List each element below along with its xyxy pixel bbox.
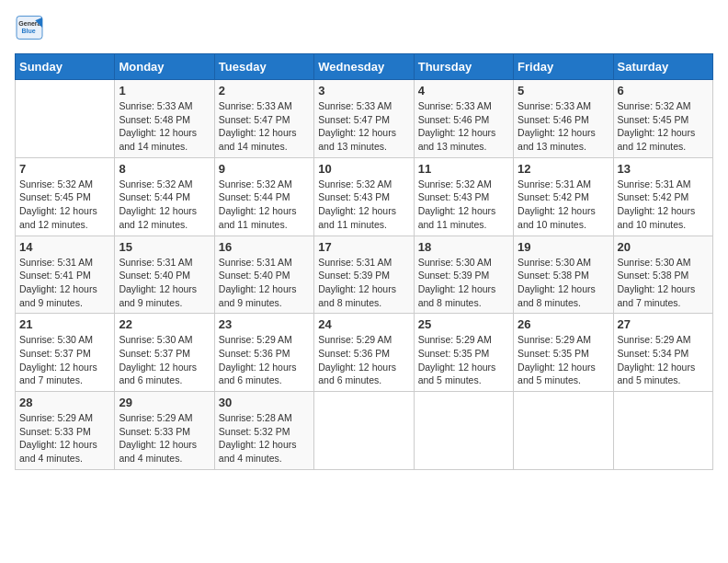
day-number: 12 <box>518 162 609 176</box>
day-info: Sunrise: 5:30 AM Sunset: 5:39 PM Dayligh… <box>418 256 509 310</box>
weekday-header-thursday: Thursday <box>414 54 513 80</box>
calendar-cell: 12Sunrise: 5:31 AM Sunset: 5:42 PM Dayli… <box>514 157 613 236</box>
calendar-cell: 2Sunrise: 5:33 AM Sunset: 5:47 PM Daylig… <box>214 80 313 158</box>
day-info: Sunrise: 5:32 AM Sunset: 5:45 PM Dayligh… <box>19 178 110 232</box>
day-number: 30 <box>219 396 310 409</box>
day-info: Sunrise: 5:29 AM Sunset: 5:35 PM Dayligh… <box>418 333 509 387</box>
day-number: 1 <box>119 84 210 98</box>
day-info: Sunrise: 5:32 AM Sunset: 5:44 PM Dayligh… <box>219 178 310 232</box>
day-number: 2 <box>219 84 310 98</box>
day-info: Sunrise: 5:32 AM Sunset: 5:45 PM Dayligh… <box>618 99 709 154</box>
weekday-header-wednesday: Wednesday <box>314 54 414 80</box>
calendar-cell: 26Sunrise: 5:29 AM Sunset: 5:35 PM Dayli… <box>514 314 613 392</box>
day-number: 27 <box>618 317 709 331</box>
day-info: Sunrise: 5:31 AM Sunset: 5:42 PM Dayligh… <box>518 178 609 232</box>
calendar-cell: 21Sunrise: 5:30 AM Sunset: 5:37 PM Dayli… <box>16 314 115 392</box>
calendar-cell: 6Sunrise: 5:32 AM Sunset: 5:45 PM Daylig… <box>613 80 712 158</box>
day-info: Sunrise: 5:29 AM Sunset: 5:33 PM Dayligh… <box>119 411 210 465</box>
day-info: Sunrise: 5:30 AM Sunset: 5:37 PM Dayligh… <box>19 333 110 387</box>
calendar-cell <box>514 392 613 470</box>
day-number: 25 <box>418 317 509 331</box>
day-info: Sunrise: 5:33 AM Sunset: 5:48 PM Dayligh… <box>119 99 210 154</box>
calendar-cell: 27Sunrise: 5:29 AM Sunset: 5:34 PM Dayli… <box>613 314 712 392</box>
day-number: 10 <box>318 162 409 176</box>
day-number: 29 <box>119 396 210 409</box>
day-number: 14 <box>19 240 110 254</box>
calendar-cell: 11Sunrise: 5:32 AM Sunset: 5:43 PM Dayli… <box>414 157 513 236</box>
calendar-cell: 20Sunrise: 5:30 AM Sunset: 5:38 PM Dayli… <box>613 236 712 314</box>
day-info: Sunrise: 5:31 AM Sunset: 5:41 PM Dayligh… <box>19 256 110 310</box>
day-info: Sunrise: 5:32 AM Sunset: 5:43 PM Dayligh… <box>318 178 409 232</box>
day-number: 19 <box>518 240 609 254</box>
calendar-cell: 30Sunrise: 5:28 AM Sunset: 5:32 PM Dayli… <box>214 392 313 470</box>
calendar-cell: 10Sunrise: 5:32 AM Sunset: 5:43 PM Dayli… <box>314 157 414 236</box>
calendar-cell <box>16 80 115 158</box>
svg-text:Blue: Blue <box>21 28 35 34</box>
weekday-header-tuesday: Tuesday <box>214 54 313 80</box>
calendar-cell: 3Sunrise: 5:33 AM Sunset: 5:47 PM Daylig… <box>314 80 414 158</box>
calendar-cell: 8Sunrise: 5:32 AM Sunset: 5:44 PM Daylig… <box>115 157 214 236</box>
day-info: Sunrise: 5:31 AM Sunset: 5:40 PM Dayligh… <box>219 256 310 310</box>
calendar-table: SundayMondayTuesdayWednesdayThursdayFrid… <box>15 53 713 470</box>
calendar-cell: 4Sunrise: 5:33 AM Sunset: 5:46 PM Daylig… <box>414 80 513 158</box>
logo: General Blue <box>15 15 48 40</box>
day-number: 8 <box>119 162 210 176</box>
calendar-cell: 29Sunrise: 5:29 AM Sunset: 5:33 PM Dayli… <box>115 392 214 470</box>
weekday-header-saturday: Saturday <box>613 54 712 80</box>
calendar-cell <box>414 392 513 470</box>
day-number: 5 <box>518 84 609 98</box>
day-number: 15 <box>119 240 210 254</box>
weekday-header-sunday: Sunday <box>16 54 115 80</box>
day-info: Sunrise: 5:29 AM Sunset: 5:36 PM Dayligh… <box>219 333 310 387</box>
calendar-cell: 13Sunrise: 5:31 AM Sunset: 5:42 PM Dayli… <box>613 157 712 236</box>
day-info: Sunrise: 5:29 AM Sunset: 5:34 PM Dayligh… <box>618 333 709 387</box>
calendar-cell: 19Sunrise: 5:30 AM Sunset: 5:38 PM Dayli… <box>514 236 613 314</box>
weekday-header-monday: Monday <box>115 54 214 80</box>
day-info: Sunrise: 5:30 AM Sunset: 5:37 PM Dayligh… <box>119 333 210 387</box>
day-number: 13 <box>618 162 709 176</box>
weekday-header-friday: Friday <box>514 54 613 80</box>
day-info: Sunrise: 5:31 AM Sunset: 5:42 PM Dayligh… <box>618 178 709 232</box>
calendar-cell: 1Sunrise: 5:33 AM Sunset: 5:48 PM Daylig… <box>115 80 214 158</box>
day-number: 23 <box>219 317 310 331</box>
day-number: 18 <box>418 240 509 254</box>
day-number: 16 <box>219 240 310 254</box>
day-number: 3 <box>318 84 409 98</box>
calendar-cell <box>613 392 712 470</box>
calendar-cell: 28Sunrise: 5:29 AM Sunset: 5:33 PM Dayli… <box>16 392 115 470</box>
day-info: Sunrise: 5:33 AM Sunset: 5:46 PM Dayligh… <box>418 99 509 154</box>
day-number: 24 <box>318 317 409 331</box>
calendar-cell: 23Sunrise: 5:29 AM Sunset: 5:36 PM Dayli… <box>214 314 313 392</box>
calendar-cell: 16Sunrise: 5:31 AM Sunset: 5:40 PM Dayli… <box>214 236 313 314</box>
calendar-cell: 25Sunrise: 5:29 AM Sunset: 5:35 PM Dayli… <box>414 314 513 392</box>
day-number: 22 <box>119 317 210 331</box>
day-number: 20 <box>618 240 709 254</box>
calendar-cell: 7Sunrise: 5:32 AM Sunset: 5:45 PM Daylig… <box>16 157 115 236</box>
calendar-cell: 18Sunrise: 5:30 AM Sunset: 5:39 PM Dayli… <box>414 236 513 314</box>
day-info: Sunrise: 5:29 AM Sunset: 5:35 PM Dayligh… <box>518 333 609 387</box>
day-info: Sunrise: 5:32 AM Sunset: 5:44 PM Dayligh… <box>119 178 210 232</box>
calendar-cell: 17Sunrise: 5:31 AM Sunset: 5:39 PM Dayli… <box>314 236 414 314</box>
calendar-cell <box>314 392 414 470</box>
day-info: Sunrise: 5:32 AM Sunset: 5:43 PM Dayligh… <box>418 178 509 232</box>
day-info: Sunrise: 5:30 AM Sunset: 5:38 PM Dayligh… <box>518 256 609 310</box>
logo-icon: General Blue <box>15 15 44 40</box>
day-info: Sunrise: 5:28 AM Sunset: 5:32 PM Dayligh… <box>219 411 310 465</box>
calendar-cell: 22Sunrise: 5:30 AM Sunset: 5:37 PM Dayli… <box>115 314 214 392</box>
calendar-cell: 5Sunrise: 5:33 AM Sunset: 5:46 PM Daylig… <box>514 80 613 158</box>
day-number: 11 <box>418 162 509 176</box>
day-info: Sunrise: 5:30 AM Sunset: 5:38 PM Dayligh… <box>618 256 709 310</box>
day-info: Sunrise: 5:29 AM Sunset: 5:33 PM Dayligh… <box>19 411 110 465</box>
day-number: 17 <box>318 240 409 254</box>
day-number: 7 <box>19 162 110 176</box>
day-number: 21 <box>19 317 110 331</box>
day-info: Sunrise: 5:31 AM Sunset: 5:40 PM Dayligh… <box>119 256 210 310</box>
calendar-cell: 24Sunrise: 5:29 AM Sunset: 5:36 PM Dayli… <box>314 314 414 392</box>
calendar-cell: 15Sunrise: 5:31 AM Sunset: 5:40 PM Dayli… <box>115 236 214 314</box>
day-info: Sunrise: 5:31 AM Sunset: 5:39 PM Dayligh… <box>318 256 409 310</box>
day-number: 6 <box>618 84 709 98</box>
day-info: Sunrise: 5:33 AM Sunset: 5:46 PM Dayligh… <box>518 99 609 154</box>
day-info: Sunrise: 5:33 AM Sunset: 5:47 PM Dayligh… <box>318 99 409 154</box>
day-number: 4 <box>418 84 509 98</box>
calendar-cell: 14Sunrise: 5:31 AM Sunset: 5:41 PM Dayli… <box>16 236 115 314</box>
